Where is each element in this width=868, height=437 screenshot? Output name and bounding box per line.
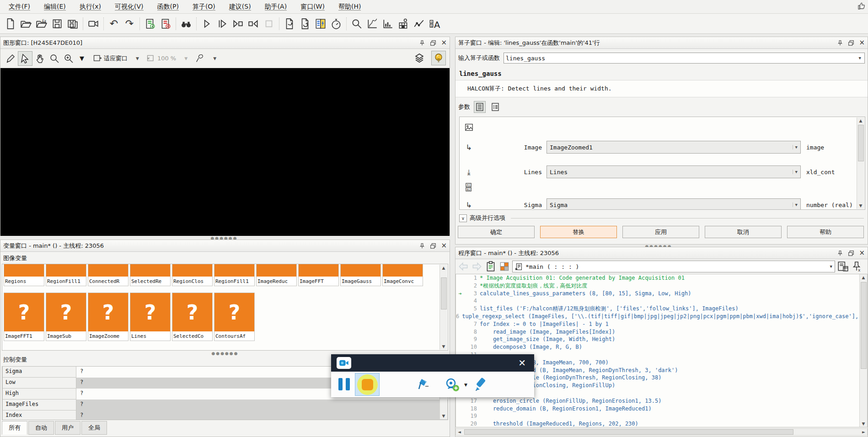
image-variable-tile[interactable]: ImageGauss: [340, 264, 381, 286]
operator-button[interactable]: 应用: [622, 226, 699, 238]
code-line[interactable]: 1 * Image Acquisition 01: Code generated…: [456, 274, 867, 282]
syntax-check-error-button[interactable]: [158, 16, 173, 32]
image-variable-tile[interactable]: ImageReduc: [256, 264, 297, 286]
stop-recording-button[interactable]: [355, 373, 380, 396]
close-icon[interactable]: ×: [859, 39, 865, 46]
menu-item[interactable]: 函数(P): [150, 1, 186, 12]
graphics-canvas[interactable]: [0, 68, 450, 236]
float-icon[interactable]: [848, 250, 854, 256]
scroll-down-icon[interactable]: ▼: [442, 344, 445, 349]
save-as-button[interactable]: [65, 16, 80, 32]
image-variable-tile[interactable]: ? ContoursAf: [214, 293, 255, 341]
code-line[interactable]: 5 list_files ('F:/halcon精讲/12瓶身划痕检测', ['…: [456, 305, 867, 313]
webcam-dropdown-caret[interactable]: ▼: [464, 383, 467, 387]
layers-button[interactable]: [412, 51, 427, 65]
pointer-select-button[interactable]: [18, 51, 32, 66]
thumbnail-grid-button[interactable]: [498, 261, 510, 272]
variable-tab[interactable]: 用户: [55, 421, 80, 435]
param-value-combo[interactable]: Sigma▼: [547, 198, 801, 210]
recorder-titlebar[interactable]: ✕: [331, 354, 534, 372]
close-icon[interactable]: ×: [441, 39, 447, 46]
pan-hand-button[interactable]: [32, 51, 47, 66]
code-line[interactable]: 19: [456, 412, 867, 420]
param-combo-caret[interactable]: ▼: [793, 145, 798, 149]
image-variable-tile[interactable]: ? ImageZoome: [88, 293, 129, 341]
zoom-window-button[interactable]: [349, 16, 364, 32]
float-icon[interactable]: [430, 243, 436, 249]
step-into-button[interactable]: [230, 16, 246, 32]
code-line[interactable]: 4: [456, 297, 867, 305]
pin-icon[interactable]: [837, 40, 843, 46]
save-button[interactable]: [49, 16, 65, 32]
code-line[interactable]: 10 decompose3 (Image, R, G, B): [456, 343, 867, 351]
zoom-in-button[interactable]: ▼: [62, 51, 87, 66]
program-window-titlebar[interactable]: 程序窗口 - main* () - 主线程: 23056 ×: [455, 247, 868, 259]
line-profile-button[interactable]: [411, 16, 427, 32]
operator-input-combo[interactable]: lines_gauss ▼: [504, 53, 865, 64]
param-value-combo[interactable]: ImageZoomed1▼: [547, 141, 801, 154]
variable-tab[interactable]: 全局: [81, 421, 107, 435]
scroll-up-icon[interactable]: ▲: [442, 266, 445, 270]
procedure-combo[interactable]: *main ( : : : ) ▼: [512, 261, 835, 272]
scroll-down-icon[interactable]: ▼: [862, 421, 865, 426]
image-grid-scrollbar[interactable]: ▲▼: [439, 265, 447, 350]
draw-pen-combo[interactable]: ▼: [193, 53, 218, 64]
zoom-in-dropdown[interactable]: ▼: [78, 54, 86, 63]
operator-window-titlebar[interactable]: 算子窗口 - 编辑: 'lines_gauss'在函数'main'的'41'行 …: [455, 37, 868, 49]
code-line[interactable]: ➔ 3 calculate_lines_gauss_parameters (8,…: [456, 290, 867, 298]
image-variable-tile[interactable]: ImageFFT: [298, 264, 339, 286]
pause-recording-button[interactable]: [338, 378, 350, 390]
fit-window-combo[interactable]: 适应窗口 ▼: [91, 53, 141, 64]
float-icon[interactable]: [848, 40, 854, 46]
unpin-window-button[interactable]: x: [851, 261, 863, 272]
code-line[interactable]: 6 tuple_regexp_select (ImageFiles, ['\\.…: [456, 313, 867, 320]
menu-item[interactable]: 编辑(E): [37, 1, 73, 12]
pin-icon[interactable]: [419, 243, 425, 249]
image-variable-tile[interactable]: RegionClos: [172, 264, 213, 286]
clipboard-button[interactable]: [485, 261, 497, 272]
image-variable-tile[interactable]: ? Lines: [130, 293, 171, 341]
new-file-button[interactable]: [3, 16, 18, 32]
image-variable-tile[interactable]: RegionFill1: [46, 264, 86, 286]
image-variable-tile[interactable]: ConnectedR: [88, 264, 129, 286]
code-line[interactable]: 9 get_image_size (Image, Width, Height): [456, 336, 867, 343]
feedback-icon[interactable]: [858, 2, 865, 12]
image-variable-tile[interactable]: Regions: [4, 264, 44, 286]
menu-item[interactable]: 帮助(H): [332, 1, 368, 12]
compare-code-button[interactable]: [313, 16, 328, 32]
draw-pencil-button[interactable]: [474, 377, 488, 394]
open-file-button[interactable]: [18, 16, 34, 32]
variable-window-titlebar[interactable]: 变量窗口 - main* () - 主线程: 23056 ×: [0, 240, 450, 252]
image-variable-tile[interactable]: ? ImageFFT1: [4, 293, 44, 341]
zoom-magnifier-button[interactable]: [47, 51, 62, 66]
close-icon[interactable]: ×: [859, 250, 865, 256]
scroll-up-icon[interactable]: ▲: [859, 118, 863, 123]
scroll-down-icon[interactable]: ▼: [859, 203, 863, 208]
code-line[interactable]: 18 reduce_domain (B, RegionErosion1, Ima…: [456, 405, 867, 413]
syntax-check-ok-button[interactable]: [142, 16, 158, 32]
export-code-button[interactable]: [282, 16, 297, 32]
variable-tab[interactable]: 所有: [2, 421, 27, 435]
font-ocr-button[interactable]: ABA: [427, 16, 442, 32]
param-combo-caret[interactable]: ▼: [793, 203, 798, 207]
control-variable-row[interactable]: ImageFiles ?: [2, 400, 448, 410]
run-button[interactable]: [199, 16, 214, 32]
recorder-close-icon[interactable]: ✕: [515, 358, 529, 368]
open-procedure-window-button[interactable]: [837, 261, 849, 272]
param-value-combo[interactable]: Lines▼: [547, 165, 801, 178]
color-pen-button[interactable]: [3, 51, 18, 66]
procedure-combo-caret[interactable]: ▼: [830, 264, 832, 269]
parameter-scrollbar[interactable]: ▲▼: [857, 117, 864, 209]
operator-button[interactable]: 替换: [540, 226, 617, 238]
graphics-window-titlebar[interactable]: 图形窗口: [H245E47DE010] ×: [0, 37, 450, 49]
code-line[interactable]: 17 erosion_circle (RegionFillUp, RegionE…: [456, 397, 867, 405]
scroll-left-icon[interactable]: ◄: [456, 430, 461, 434]
operator-button[interactable]: 帮助: [787, 226, 864, 238]
profiler-stopwatch-button[interactable]: [328, 16, 344, 32]
matrix-view-button[interactable]: [396, 16, 411, 32]
control-variable-row[interactable]: Index ?: [2, 410, 448, 420]
scroll-down-icon[interactable]: ▼: [442, 414, 445, 418]
pin-icon[interactable]: [419, 40, 425, 46]
reload-code-button[interactable]: [297, 16, 313, 32]
image-variable-tile[interactable]: ? SelectedCo: [172, 293, 213, 341]
